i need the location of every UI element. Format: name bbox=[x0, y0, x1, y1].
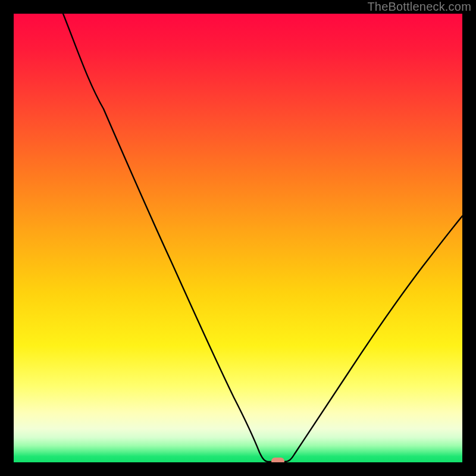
plot-area bbox=[14, 14, 462, 462]
trough-marker bbox=[271, 458, 284, 462]
bottleneck-curve bbox=[63, 14, 462, 462]
chart-frame: TheBottleneck.com bbox=[0, 0, 476, 476]
curve-layer bbox=[14, 14, 462, 462]
watermark-text: TheBottleneck.com bbox=[367, 0, 471, 14]
